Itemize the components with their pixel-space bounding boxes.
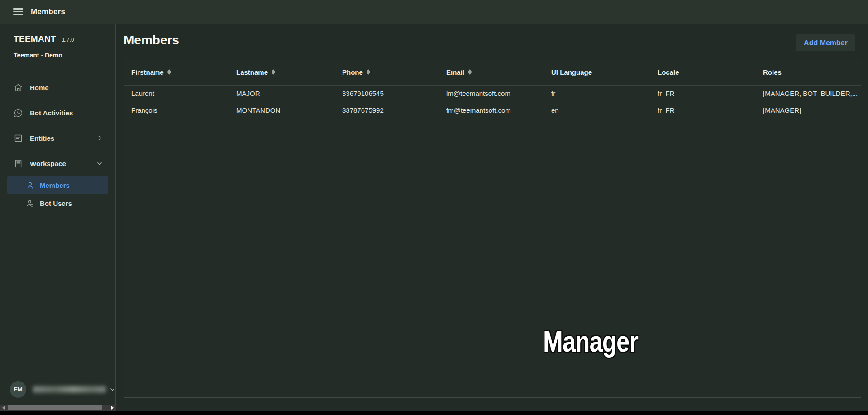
scroll-left-arrow-icon bbox=[2, 406, 5, 410]
cell-firstname: François bbox=[124, 102, 229, 119]
topbar-title: Members bbox=[31, 7, 65, 16]
column-header-roles[interactable]: Roles bbox=[756, 59, 861, 85]
table-row[interactable]: François MONTANDON 33787675992 fm@teeman… bbox=[124, 102, 861, 119]
sort-icon[interactable] bbox=[167, 69, 171, 75]
scrollbar-thumb[interactable] bbox=[8, 405, 102, 410]
cell-locale: fr_FR bbox=[650, 85, 756, 102]
chat-bubble-icon bbox=[14, 108, 23, 118]
person-icon bbox=[26, 181, 34, 190]
column-header-email[interactable]: Email bbox=[439, 59, 544, 85]
column-label: Email bbox=[446, 68, 464, 76]
cell-ui-language: en bbox=[544, 102, 650, 119]
sidebar-item-label: Members bbox=[40, 181, 70, 189]
chevron-right-icon bbox=[96, 135, 103, 141]
column-label: Roles bbox=[763, 68, 782, 76]
column-header-firstname[interactable]: Firstname bbox=[124, 59, 229, 85]
topbar: Members bbox=[0, 0, 868, 24]
cell-roles: [MANAGER, BOT_BUILDER,... bbox=[756, 85, 861, 102]
column-label: Lastname bbox=[236, 68, 268, 76]
user-account-row[interactable]: FM bbox=[0, 379, 115, 399]
scroll-right-arrow-icon bbox=[111, 406, 114, 410]
sidebar-item-workspace[interactable]: Workspace bbox=[0, 151, 115, 176]
workspace-name: Teemant - Demo bbox=[0, 44, 115, 59]
main-header: Members Add Member bbox=[116, 24, 868, 59]
horizontal-scrollbar[interactable] bbox=[0, 405, 116, 411]
cell-lastname: MONTANDON bbox=[229, 102, 335, 119]
sort-icon[interactable] bbox=[272, 69, 275, 75]
sidebar-item-bot-users[interactable]: Bot Users bbox=[7, 194, 108, 212]
members-table: Firstname Lastname Phone Email bbox=[124, 59, 861, 119]
bottom-black-strip bbox=[0, 411, 868, 415]
sidebar-item-entities[interactable]: Entities bbox=[0, 125, 115, 151]
sort-icon[interactable] bbox=[468, 69, 472, 75]
column-label: Locale bbox=[658, 68, 679, 76]
sidebar-item-label: Home bbox=[30, 84, 49, 91]
sidebar-item-bot-activities[interactable]: Bot Activities bbox=[0, 100, 115, 125]
page-title: Members bbox=[124, 33, 179, 48]
chevron-down-icon bbox=[96, 160, 103, 167]
sidebar-item-label: Workspace bbox=[30, 160, 66, 167]
cell-roles: [MANAGER] bbox=[756, 102, 861, 119]
hamburger-menu-icon[interactable] bbox=[13, 8, 23, 15]
table-row[interactable]: Laurent MAJOR 33679106545 lm@teemantsoft… bbox=[124, 85, 861, 102]
sidebar-item-members[interactable]: Members bbox=[7, 176, 108, 194]
sidebar-item-label: Bot Users bbox=[40, 200, 72, 207]
scroll-right-button[interactable] bbox=[109, 405, 116, 411]
sidebar-item-label: Bot Activities bbox=[30, 109, 73, 117]
column-header-phone[interactable]: Phone bbox=[335, 59, 439, 85]
column-label: Phone bbox=[342, 68, 363, 76]
scroll-left-button[interactable] bbox=[0, 405, 7, 411]
cell-lastname: MAJOR bbox=[229, 85, 335, 102]
sort-icon[interactable] bbox=[367, 69, 370, 75]
sidebar: TEEMANT 1.7.0 Teemant - Demo Home Bot Ac… bbox=[0, 24, 116, 405]
cell-locale: fr_FR bbox=[650, 102, 756, 119]
sidebar-nav: Home Bot Activities Entities bbox=[0, 75, 115, 212]
cell-email: fm@teemantsoft.com bbox=[439, 102, 544, 119]
cell-ui-language: fr bbox=[544, 85, 650, 102]
sidebar-item-label: Entities bbox=[30, 134, 54, 142]
brand-row: TEEMANT 1.7.0 bbox=[0, 24, 115, 44]
building-icon bbox=[14, 159, 23, 168]
cell-email: lm@teemantsoft.com bbox=[439, 85, 544, 102]
column-label: UI Language bbox=[551, 68, 592, 76]
cell-phone: 33679106545 bbox=[335, 85, 439, 102]
scrollbar-track[interactable] bbox=[7, 405, 109, 411]
person-check-icon bbox=[26, 199, 34, 208]
column-header-ui-language[interactable]: UI Language bbox=[544, 59, 650, 85]
home-icon bbox=[14, 83, 23, 92]
user-name-redacted bbox=[33, 386, 106, 393]
add-member-button[interactable]: Add Member bbox=[796, 34, 855, 51]
document-list-icon bbox=[14, 134, 23, 143]
main-content: Members Add Member Firstname Lastname bbox=[116, 24, 868, 405]
column-label: Firstname bbox=[131, 68, 164, 76]
cell-phone: 33787675992 bbox=[335, 102, 439, 119]
avatar-initials: FM bbox=[14, 386, 23, 393]
column-header-lastname[interactable]: Lastname bbox=[229, 59, 335, 85]
column-header-locale[interactable]: Locale bbox=[650, 59, 756, 85]
user-menu-chevron-icon[interactable] bbox=[110, 386, 115, 392]
cell-firstname: Laurent bbox=[124, 85, 229, 102]
avatar[interactable]: FM bbox=[10, 381, 26, 398]
members-table-card: Firstname Lastname Phone Email bbox=[124, 59, 861, 398]
table-header-row: Firstname Lastname Phone Email bbox=[124, 59, 861, 85]
app-version: 1.7.0 bbox=[62, 37, 74, 43]
sidebar-item-home[interactable]: Home bbox=[0, 75, 115, 100]
brand-name: TEEMANT bbox=[14, 34, 56, 44]
